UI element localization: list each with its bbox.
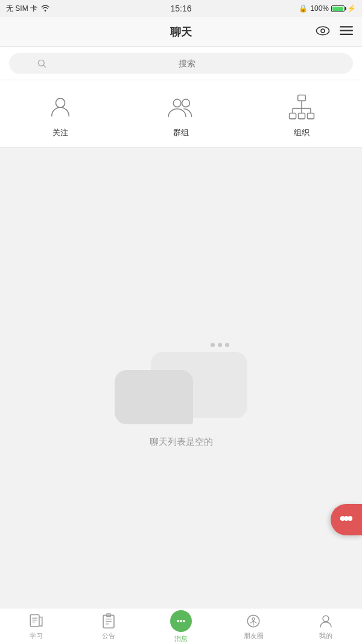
search-input[interactable] bbox=[49, 59, 325, 68]
svg-point-21 bbox=[348, 516, 352, 521]
tab-bar: 学习 公告 消息 bbox=[0, 608, 362, 644]
group-label: 群组 bbox=[173, 127, 189, 138]
mine-label: 我的 bbox=[319, 631, 332, 640]
status-right: 🔒 100% ⚡ bbox=[299, 4, 356, 13]
svg-point-9 bbox=[182, 99, 190, 107]
battery-icon bbox=[331, 5, 345, 12]
svg-point-7 bbox=[56, 98, 65, 107]
svg-rect-22 bbox=[30, 614, 39, 626]
nav-bar: 聊天 bbox=[0, 17, 362, 47]
signal-text: 无 SIM 卡 bbox=[6, 4, 37, 14]
menu-button[interactable] bbox=[340, 26, 353, 38]
notice-label: 公告 bbox=[102, 631, 115, 640]
tab-friends[interactable]: 朋友圈 bbox=[217, 613, 290, 640]
notice-icon bbox=[100, 613, 117, 630]
fab-button[interactable] bbox=[331, 504, 362, 535]
empty-state-text: 聊天列表是空的 bbox=[150, 436, 213, 448]
svg-rect-10 bbox=[298, 95, 306, 101]
bubble-dots bbox=[211, 343, 229, 347]
fab-icon bbox=[340, 512, 353, 528]
svg-rect-4 bbox=[340, 33, 353, 34]
status-left: 无 SIM 卡 bbox=[6, 4, 50, 14]
friends-icon bbox=[245, 613, 262, 630]
svg-rect-3 bbox=[340, 30, 353, 31]
mine-icon bbox=[317, 613, 334, 630]
charging-icon: ⚡ bbox=[347, 4, 356, 13]
category-org[interactable]: 组织 bbox=[287, 92, 317, 138]
chat-bubbles-illustration bbox=[115, 340, 247, 424]
svg-rect-12 bbox=[299, 113, 305, 118]
org-icon bbox=[287, 92, 317, 123]
message-icon bbox=[170, 610, 192, 633]
eye-button[interactable] bbox=[316, 25, 330, 39]
svg-point-20 bbox=[340, 516, 345, 521]
friends-label: 朋友圈 bbox=[244, 631, 264, 640]
svg-point-1 bbox=[321, 29, 325, 33]
lock-icon: 🔒 bbox=[299, 4, 308, 13]
svg-rect-2 bbox=[340, 26, 353, 27]
empty-chat-container: 聊天列表是空的 bbox=[115, 340, 247, 448]
category-follow[interactable]: 关注 bbox=[45, 92, 75, 138]
study-label: 学习 bbox=[30, 631, 43, 640]
svg-point-32 bbox=[180, 620, 182, 622]
tab-notice[interactable]: 公告 bbox=[72, 613, 145, 640]
follow-icon bbox=[45, 92, 75, 123]
status-time: 15:16 bbox=[170, 4, 191, 13]
message-active-circle bbox=[170, 610, 192, 632]
bubble-front bbox=[115, 370, 193, 424]
category-group[interactable]: 群组 bbox=[166, 92, 196, 138]
search-bar[interactable] bbox=[9, 53, 353, 74]
tab-message[interactable]: 消息 bbox=[145, 610, 217, 643]
svg-line-6 bbox=[43, 65, 46, 68]
svg-point-33 bbox=[183, 620, 185, 622]
category-section: 关注 群组 组织 bbox=[0, 80, 362, 148]
svg-point-31 bbox=[177, 620, 179, 622]
battery-percent: 100% bbox=[310, 4, 329, 13]
svg-rect-11 bbox=[290, 113, 296, 118]
group-icon bbox=[166, 92, 196, 123]
status-bar: 无 SIM 卡 15:16 🔒 100% ⚡ bbox=[0, 0, 362, 17]
org-label: 组织 bbox=[294, 127, 310, 138]
study-icon bbox=[28, 613, 45, 630]
svg-point-0 bbox=[317, 27, 329, 35]
svg-point-35 bbox=[252, 617, 255, 620]
svg-point-8 bbox=[173, 99, 181, 107]
chat-list-area: 聊天列表是空的 bbox=[0, 148, 362, 622]
search-bar-container bbox=[0, 47, 362, 80]
wifi-icon bbox=[40, 4, 50, 13]
follow-label: 关注 bbox=[52, 127, 68, 138]
svg-rect-13 bbox=[307, 113, 314, 118]
tab-mine[interactable]: 我的 bbox=[290, 613, 362, 640]
nav-actions bbox=[316, 25, 353, 39]
svg-point-36 bbox=[323, 616, 329, 622]
tab-study[interactable]: 学习 bbox=[0, 613, 72, 640]
nav-title: 聊天 bbox=[170, 25, 192, 39]
message-label: 消息 bbox=[174, 634, 188, 643]
